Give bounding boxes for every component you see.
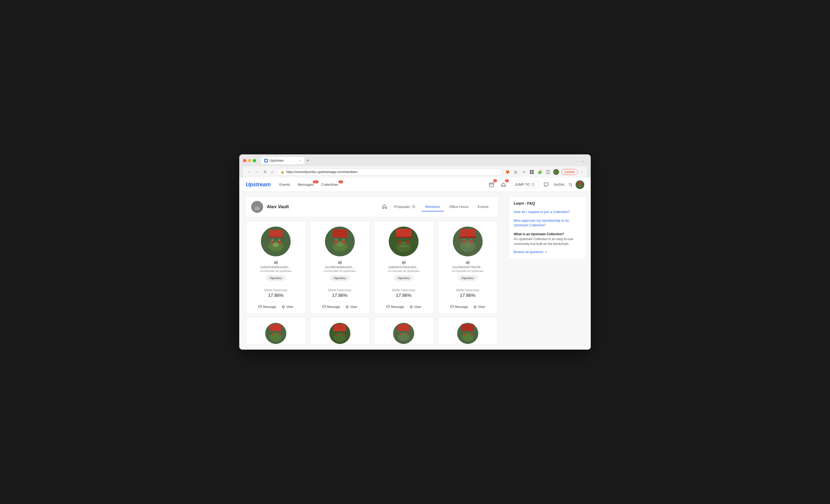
tab-close-button[interactable]: × (299, 159, 301, 162)
collective-tabs: Proposals 1 Members Office Hours Events (380, 202, 492, 212)
calendar-button[interactable]: 31 (487, 180, 496, 189)
member-card-partial (374, 317, 434, 344)
svg-rect-7 (489, 183, 494, 187)
user-avatar-nav[interactable] (576, 180, 584, 189)
svg-point-55 (469, 240, 474, 243)
puzzle-icon[interactable]: 🧩 (537, 169, 543, 175)
member-role: Co-founder at Upstream (388, 269, 420, 273)
svg-point-75 (406, 333, 409, 336)
back-button[interactable]: ← (246, 169, 252, 175)
app-nav: Upstream Events Messages 99+ Collectives… (239, 178, 591, 192)
nav-events[interactable]: Events (279, 183, 290, 187)
tab-proposals[interactable]: Proposals 1 (390, 202, 420, 212)
member-name: ajt (466, 260, 470, 264)
message-button[interactable]: Message (323, 305, 340, 309)
circle-icon[interactable]: ◎ (513, 169, 518, 175)
active-tab[interactable]: Upstream × (261, 157, 304, 164)
browse-all-link[interactable]: Browse all questions ↗ (514, 250, 581, 254)
message-button[interactable]: Message (386, 305, 404, 309)
svg-rect-48 (387, 306, 390, 308)
collapse-icon[interactable]: ⌄ (581, 158, 587, 163)
home-button[interactable]: ⌂ (270, 169, 275, 175)
traffic-lights (243, 159, 256, 162)
ownership-label: Wallet Ownership (250, 288, 301, 292)
ownership-label: Wallet Ownership (378, 288, 429, 292)
tab-events[interactable]: Events (474, 202, 492, 212)
faq-item-2[interactable]: Who approves my membership to an Upstrea… (514, 218, 581, 228)
fox-icon[interactable]: 🦊 (505, 169, 510, 175)
svg-point-29 (283, 306, 284, 308)
home-nav-button[interactable]: 31 (499, 180, 508, 189)
forward-button[interactable]: → (254, 169, 260, 175)
more-options-icon[interactable]: ⋮ (580, 170, 584, 174)
svg-rect-22 (268, 236, 284, 238)
member-actions: Message View (314, 302, 365, 309)
chat-button[interactable] (542, 180, 550, 189)
svg-rect-33 (331, 236, 348, 238)
collective-name: Alex Vault (267, 204, 289, 210)
member-avatar (389, 227, 418, 256)
member-card: ajt 0xC0BD466954c82f... Co-founder at Up… (310, 221, 370, 313)
faq-item-1[interactable]: How do I request to join a Collective? (514, 210, 581, 215)
collective-home-icon[interactable] (380, 202, 389, 212)
nav-links: Events Messages 99+ Collectives 31 (279, 183, 338, 187)
jump-to-label: JUMP TO (514, 183, 530, 187)
refresh-button[interactable]: ↻ (262, 169, 268, 175)
svg-point-40 (346, 306, 348, 308)
member-card: ajt 0xa78f433A776837B... Co-founder at U… (438, 221, 498, 313)
member-avatar (325, 227, 355, 256)
member-card-partial (246, 317, 306, 344)
collectives-badge: 31 (339, 180, 343, 183)
new-tab-button[interactable]: + (305, 158, 310, 164)
update-button[interactable]: Update (561, 169, 578, 175)
wallet-address[interactable]: 0xb594... (554, 183, 572, 187)
collective-header: Alex Vault Proposals 1 Members (246, 197, 498, 217)
member-role: Co-founder at Upstream (324, 269, 356, 273)
svg-point-17 (254, 207, 260, 210)
nav-messages[interactable]: Messages 99+ (298, 183, 314, 187)
svg-rect-52 (460, 229, 475, 238)
browser-titlebar: Upstream × + ⌄ ← → ↻ ⌂ 🔒 https://noneofy… (239, 154, 591, 178)
view-button[interactable]: View (473, 305, 485, 309)
svg-rect-67 (333, 324, 346, 331)
svg-point-70 (342, 334, 345, 336)
close-traffic-light[interactable] (243, 159, 246, 162)
message-button[interactable]: Message (258, 305, 276, 309)
nav-collectives[interactable]: Collectives 31 (321, 183, 338, 187)
svg-point-64 (271, 333, 275, 336)
arrow-icon[interactable]: ↗ (521, 169, 526, 175)
url-text: https://noneofyourbiz.upstreamapp.com/me… (286, 170, 357, 174)
minimize-traffic-light[interactable] (248, 159, 251, 162)
layout-icon[interactable] (545, 169, 551, 175)
members-grid: ajt 0xB3DX456954c82f1... Co-founder at U… (246, 221, 498, 313)
member-badge: Signatory (266, 275, 286, 281)
view-button[interactable]: View (346, 305, 357, 309)
maximize-traffic-light[interactable] (253, 159, 256, 162)
svg-point-15 (580, 184, 582, 186)
tab-title: Upstream (269, 159, 284, 162)
grid-icon[interactable] (529, 169, 535, 175)
member-card: ajt 0xB6AD415954c82f1... Co-founder at U… (374, 221, 434, 313)
wallet-ownership: Wallet Ownership 17.86% (442, 285, 493, 298)
address-bar[interactable]: 🔒 https://noneofyourbiz.upstreamapp.com/… (277, 168, 502, 176)
user-avatar-toolbar[interactable] (553, 169, 559, 175)
app-logo[interactable]: Upstream (246, 182, 270, 188)
svg-rect-39 (323, 306, 325, 308)
member-avatar (261, 227, 291, 256)
browser-content: Upstream Events Messages 99+ Collectives… (239, 178, 591, 350)
wallet-ownership: Wallet Ownership 17.86% (314, 285, 365, 298)
member-wallet: 0xB3DX456954c82f1... (261, 265, 291, 269)
view-button[interactable]: View (282, 305, 293, 309)
wallet-ownership: Wallet Ownership 17.86% (378, 285, 429, 298)
jump-to-button[interactable]: JUMP TO / (511, 181, 538, 188)
tab-office-hours[interactable]: Office Hours (445, 202, 472, 212)
tab-favicon (264, 159, 268, 162)
tab-bar: Upstream × + (261, 157, 310, 164)
member-actions: Message View (442, 302, 493, 309)
calendar-badge: 31 (493, 179, 497, 182)
svg-rect-44 (395, 237, 413, 238)
view-button[interactable]: View (410, 305, 421, 309)
svg-point-80 (470, 334, 473, 336)
message-button[interactable]: Message (450, 305, 468, 309)
tab-members[interactable]: Members (421, 202, 444, 212)
